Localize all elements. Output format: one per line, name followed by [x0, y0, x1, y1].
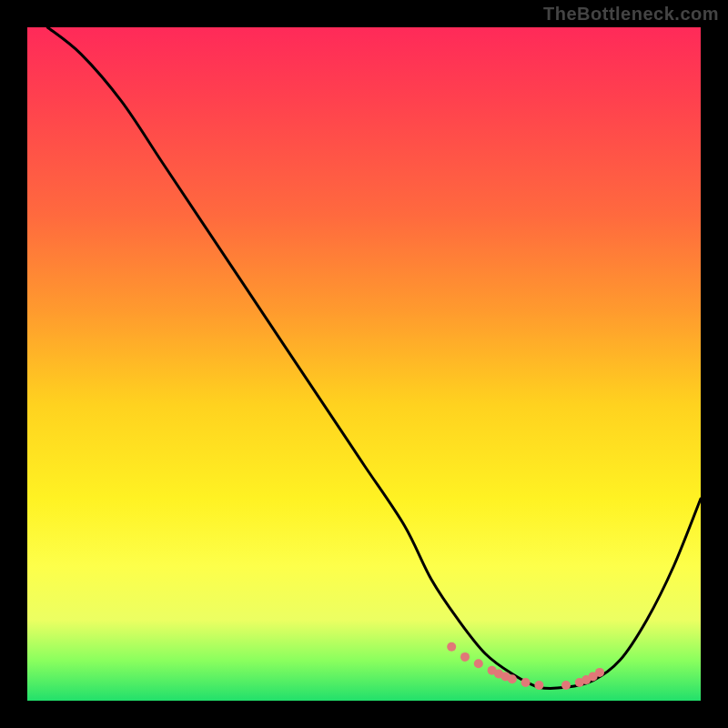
plot-area: [27, 27, 701, 701]
highlight-dot: [508, 674, 517, 683]
highlight-dot: [595, 668, 604, 677]
chart-overlay-svg: [27, 27, 701, 701]
bottleneck-curve: [47, 27, 701, 689]
highlight-markers: [447, 642, 604, 690]
highlight-dot: [447, 642, 456, 652]
highlight-dot: [460, 652, 470, 662]
highlight-dot: [534, 681, 543, 690]
highlight-dot: [561, 681, 571, 690]
watermark-text: TheBottleneck.com: [543, 4, 719, 25]
highlight-dot: [521, 678, 531, 687]
highlight-dot: [474, 659, 483, 668]
chart-frame: TheBottleneck.com: [0, 0, 728, 728]
